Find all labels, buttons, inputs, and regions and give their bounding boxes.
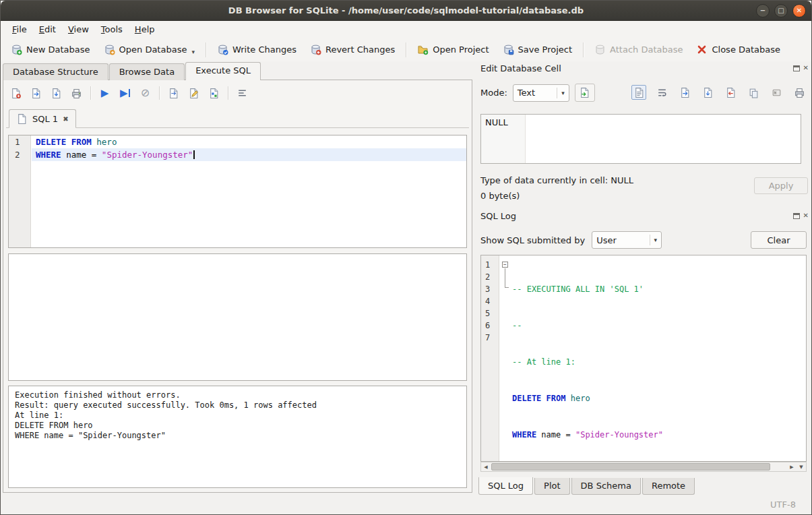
- toolbar-separator: [90, 86, 91, 100]
- mode-select[interactable]: Text ▾: [513, 84, 569, 102]
- open-project-label: Open Project: [433, 44, 489, 55]
- tab-execute-sql[interactable]: Execute SQL: [185, 62, 261, 80]
- line-number: 1: [9, 135, 30, 148]
- maximize-icon: □: [778, 7, 784, 14]
- revert-changes-label: Revert Changes: [325, 44, 395, 55]
- menu-tools[interactable]: Tools: [95, 22, 129, 36]
- messages-pane[interactable]: Execution finished without errors. Resul…: [8, 386, 467, 488]
- main-tab-bar: Database Structure Browse Data Execute S…: [3, 62, 261, 80]
- save-project-label: Save Project: [518, 44, 573, 55]
- new-database-icon: [11, 44, 22, 55]
- copy-cell-icon[interactable]: [746, 85, 761, 100]
- mode-value: Text: [518, 88, 551, 98]
- open-project-button[interactable]: Open Project: [411, 40, 495, 59]
- export-results-icon[interactable]: [167, 87, 180, 100]
- menu-edit[interactable]: Edit: [33, 22, 62, 36]
- open-project-icon: [417, 44, 429, 55]
- sql-table-name: hero: [92, 137, 117, 147]
- cell-mode-row: Mode: Text ▾: [480, 84, 595, 102]
- close-database-button[interactable]: Close Database: [690, 40, 786, 59]
- scroll-down-icon[interactable]: ▼: [797, 462, 806, 471]
- fold-column: −: [499, 255, 511, 461]
- scroll-left-icon[interactable]: ◀: [481, 462, 491, 471]
- message-line: Result: query executed successfully. Too…: [15, 400, 460, 411]
- print-icon[interactable]: [70, 87, 83, 100]
- close-panel-icon[interactable]: ✕: [803, 212, 809, 219]
- attach-database-button: Attach Database: [588, 40, 689, 59]
- sql-keyword: WHERE: [512, 430, 536, 440]
- revert-changes-button[interactable]: Revert Changes: [304, 40, 401, 59]
- sql-editor[interactable]: 1 2 DELETE FROM hero WHERE name = "Spide…: [8, 135, 467, 248]
- word-wrap-icon[interactable]: [654, 85, 669, 100]
- toolbar-separator: [159, 86, 160, 100]
- save-sql-file-icon[interactable]: [50, 87, 63, 100]
- chevron-down-icon: ▾: [557, 88, 565, 98]
- menu-help[interactable]: Help: [129, 22, 161, 36]
- sql-tab-bar: SQL 1 ✖: [6, 109, 469, 128]
- float-panel-icon[interactable]: [793, 213, 800, 219]
- encoding-indicator[interactable]: UTF-8: [770, 499, 796, 510]
- set-null-icon[interactable]: [769, 85, 784, 100]
- sql-operator: =: [565, 430, 575, 440]
- dock-tab-bar: SQL Log Plot DB Schema Remote: [478, 478, 696, 495]
- export-cell-icon[interactable]: [723, 85, 738, 100]
- write-changes-button[interactable]: Write Changes: [211, 40, 303, 59]
- maximize-button[interactable]: □: [774, 4, 788, 18]
- toolbar-separator: [583, 42, 584, 57]
- import-cell-data-button[interactable]: [575, 84, 595, 102]
- tab-remote[interactable]: Remote: [642, 478, 695, 495]
- new-sql-tab-icon[interactable]: [9, 87, 22, 100]
- new-database-button[interactable]: New Database: [5, 40, 96, 59]
- sql-toolbar: ▶ ▶ ⊘: [9, 85, 249, 101]
- save-project-button[interactable]: Save Project: [497, 40, 579, 59]
- clear-log-button[interactable]: Clear: [751, 231, 807, 249]
- tab-database-structure[interactable]: Database Structure: [3, 63, 108, 80]
- float-panel-icon[interactable]: [793, 65, 800, 71]
- open-database-dropdown-icon[interactable]: ▾: [191, 49, 195, 55]
- write-changes-icon: [217, 44, 228, 55]
- log-line-4: DELETE FROM hero: [512, 392, 806, 404]
- open-database-button[interactable]: Open Database ▾: [98, 40, 201, 59]
- sql-log-view[interactable]: 1 2 3 4 5 6 7 − -- EXECUTING ALL IN 'SQL…: [480, 255, 807, 462]
- print-cell-icon[interactable]: [792, 85, 807, 100]
- toolbar-separator: [406, 42, 406, 57]
- tab-sql-log[interactable]: SQL Log: [478, 477, 533, 495]
- format-sql-icon[interactable]: [236, 87, 249, 100]
- results-grid[interactable]: [8, 253, 467, 381]
- open-cell-file-icon[interactable]: [677, 85, 692, 100]
- execute-all-icon[interactable]: ▶: [98, 87, 111, 100]
- sql-identifier: name: [61, 150, 92, 160]
- log-line-1: -- EXECUTING ALL IN 'SQL 1': [512, 283, 806, 295]
- sql-log-dock-controls: ✕: [793, 212, 809, 219]
- fold-collapse-icon[interactable]: −: [502, 262, 508, 268]
- tab-browse-data[interactable]: Browse Data: [109, 63, 185, 80]
- log-horizontal-scrollbar[interactable]: ◀ ▶ ▼: [480, 462, 807, 472]
- minimize-button[interactable]: −: [756, 4, 770, 18]
- message-line: DELETE FROM hero: [15, 421, 460, 431]
- open-sql-file-icon[interactable]: [30, 87, 42, 100]
- titlebar[interactable]: DB Browser for SQLite - /home/user/code/…: [1, 1, 811, 21]
- line-number: 2: [9, 148, 30, 161]
- line-number: 6: [481, 320, 499, 332]
- code-line-2: WHERE name = "Spider-Youngster": [32, 148, 466, 161]
- cell-editor[interactable]: NULL: [480, 114, 801, 164]
- tab-plot[interactable]: Plot: [534, 478, 570, 495]
- chevron-down-icon: ▾: [650, 235, 658, 245]
- close-panel-icon[interactable]: ✕: [803, 65, 809, 71]
- close-button[interactable]: ✕: [792, 4, 806, 18]
- scroll-right-icon[interactable]: ▶: [787, 462, 797, 471]
- execute-current-line-icon[interactable]: ▶: [119, 87, 131, 100]
- menu-view[interactable]: View: [62, 22, 95, 36]
- save-cell-file-icon[interactable]: [700, 85, 715, 100]
- message-line: Execution finished without errors.: [15, 390, 460, 400]
- scrollbar-thumb[interactable]: [491, 463, 770, 471]
- tab-db-schema[interactable]: DB Schema: [571, 478, 641, 495]
- menu-file[interactable]: File: [6, 22, 33, 36]
- find-replace-icon[interactable]: [208, 87, 220, 100]
- close-sql-tab-icon[interactable]: ✖: [63, 115, 68, 123]
- edit-sql-icon[interactable]: [187, 87, 200, 100]
- log-filter-select[interactable]: User ▾: [592, 231, 662, 249]
- text-view-icon[interactable]: [631, 85, 646, 100]
- code-line-1: DELETE FROM hero: [32, 135, 466, 148]
- sql-tab[interactable]: SQL 1 ✖: [9, 109, 76, 128]
